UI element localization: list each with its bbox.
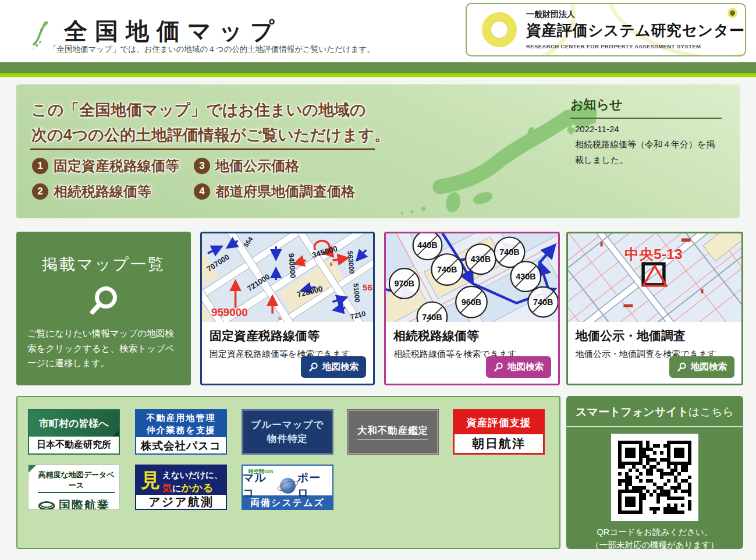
card-land-price-survey: 中央5-13 地価公示・地価調査 地価公示・地価調査を検索できます。 地図検索	[566, 232, 743, 385]
inheritance-map-thumbnail: 440B 740B 430B 740B 970B 430B 960B 740B …	[386, 233, 558, 322]
number-2-icon: 2	[32, 183, 48, 200]
road-price-map-thumbnail: 554 707000 721000 940000 345000 9 728000…	[202, 233, 373, 322]
hero-section: この「全国地価マップ」ではお住まいの地域の 次の4つの公的土地評価情報がご覧いた…	[16, 84, 740, 218]
map-cards-row: 掲載マップ一覧 ご覧になりたい情報マップの地図検索をクリックすると、検索トップペ…	[0, 232, 756, 385]
svg-text:960B: 960B	[462, 297, 481, 307]
org-name-english: RESEARCH CENTER FOR PROPERTY ASSESSMENT …	[526, 43, 744, 49]
hero-item-4: 4 都道府県地価調査価格	[194, 182, 355, 201]
org-name: 資産評価システム研究センター	[526, 20, 744, 41]
org-type: 一般財団法人	[526, 9, 744, 20]
site-title: 全国地価マップ	[64, 15, 282, 47]
svg-text:430B: 430B	[471, 254, 491, 264]
map-search-button-fixed-asset[interactable]: 地図検索	[301, 356, 366, 378]
qr-code	[618, 441, 691, 514]
fold-decoration	[112, 430, 119, 437]
svg-text:5: 5	[278, 316, 281, 322]
hero-item-2: 2 相続税路線価等	[32, 182, 194, 201]
smartphone-title: スマートフォンサイトはこちら	[566, 405, 743, 420]
org-badge-link[interactable]: 一般財団法人 資産評価システム研究センター RESEARCH CENTER FO…	[466, 3, 746, 56]
hero-item-1: 1 固定資産税路線価等	[32, 157, 194, 175]
svg-text:563: 563	[363, 283, 373, 292]
bottom-row: 市町村の皆様へ 日本不動産研究所 不動産用地管理 仲介業務を支援 株式会社パスコ…	[0, 396, 756, 549]
svg-text:51000: 51000	[352, 283, 361, 303]
svg-text:740B: 740B	[437, 265, 457, 274]
card-title: 地価公示・地価調査	[576, 328, 734, 344]
hero-line2: 次の4つの公的土地評価情報がご覧いただけます。	[31, 125, 390, 146]
smartphone-site-panel: スマートフォンサイトはこちら QRコードをお読みください。 （一部未対応の機種が…	[566, 396, 743, 549]
divider	[566, 426, 743, 427]
card-title: 相続税路線価等	[393, 328, 551, 344]
news-panel: お知らせ 2022-11-24 相続税路線価等（令和４年分）を掲載しました。	[570, 96, 733, 168]
banner-asia-kosoku[interactable]: 見 えないだけに、 気にかかる アジア航測	[135, 465, 227, 510]
search-icon	[494, 362, 503, 372]
header-bar-dark-green	[0, 62, 756, 73]
map-list-description: ご覧になりたい情報マップの地図検索をクリックすると、検索トップページに遷移します…	[27, 326, 180, 371]
hero-items: 1 固定資産税路線価等 3 地価公示価格 2 相続税路線価等 4 都道府県地価調…	[32, 157, 355, 201]
map-list-panel: 掲載マップ一覧 ご覧になりたい情報マップの地図検索をクリックすると、検索トップペ…	[16, 232, 191, 385]
site-subtitle: 「全国地価マップ」では、お住まいの地域の４つの公的土地評価情報がご覧いただけます…	[49, 44, 375, 55]
svg-text:740B: 740B	[422, 313, 442, 322]
news-date: 2022-11-24	[575, 124, 733, 134]
svg-text:970B: 970B	[395, 279, 414, 288]
search-icon	[87, 284, 120, 318]
hero-line1: この「全国地価マップ」ではお住まいの地域の	[31, 100, 366, 120]
banner-ryobi-systems[interactable]: 時空間GIS マルコ ポーロ 両備システムズ	[242, 465, 333, 510]
corner-decoration	[29, 465, 36, 473]
banner-nihon-fudosan-kenkyujo[interactable]: 市町村の皆様へ 日本不動産研究所	[28, 409, 120, 455]
qr-caption: QRコードをお読みください。 （一部未対応の機種があります）	[566, 526, 743, 552]
number-3-icon: 3	[194, 158, 210, 174]
hero-item-1-label: 固定資産税路線価等	[54, 157, 179, 175]
svg-text:440B: 440B	[417, 240, 437, 250]
svg-text:959000: 959000	[211, 306, 248, 318]
svg-text:中央5-13: 中央5-13	[624, 246, 682, 262]
news-body: 相続税路線価等（令和４年分）を掲載しました。	[575, 136, 720, 168]
svg-text:740B: 740B	[499, 247, 519, 257]
number-1-icon: 1	[32, 158, 48, 174]
svg-text:430B: 430B	[516, 272, 535, 281]
svg-text:9: 9	[330, 261, 333, 267]
hero-divider	[30, 148, 375, 150]
hero-item-3-label: 地価公示価格	[215, 157, 299, 175]
banner-daiwa-fudosan-kantei[interactable]: 大和不動産鑑定	[347, 409, 439, 455]
badge-dot-icon	[727, 8, 737, 18]
svg-text:940000: 940000	[287, 253, 297, 278]
site-logo[interactable]: 全国地価マップ 「全国地価マップ」では、お住まいの地域の４つの公的土地評価情報が…	[13, 6, 420, 59]
news-title: お知らせ	[570, 96, 722, 119]
banner-pasco[interactable]: 不動産用地管理 仲介業務を支援 株式会社パスコ	[135, 409, 227, 455]
kokusai-logo-icon	[38, 500, 55, 511]
hero-item-2-label: 相続税路線価等	[54, 182, 151, 201]
globe-icon	[280, 478, 296, 494]
card-inheritance-tax: 440B 740B 430B 740B 970B 430B 960B 740B …	[384, 232, 560, 385]
orbit-decoration	[276, 479, 299, 492]
search-icon	[308, 362, 318, 372]
map-search-button-inheritance[interactable]: 地図検索	[486, 356, 551, 378]
card-title: 固定資産税路線価等	[210, 328, 365, 344]
svg-text:740B: 740B	[533, 297, 553, 307]
partner-banners-panel: 市町村の皆様へ 日本不動産研究所 不動産用地管理 仲介業務を支援 株式会社パスコ…	[16, 396, 560, 549]
map-search-button-land-price[interactable]: 地図検索	[669, 356, 734, 378]
page: 全国地価マップ 「全国地価マップ」では、お住まいの地域の４つの公的土地評価情報が…	[0, 0, 756, 560]
qr-code-frame	[611, 434, 698, 521]
hero-item-3: 3 地価公示価格	[194, 157, 355, 175]
map-list-title: 掲載マップ一覧	[16, 254, 191, 275]
card-fixed-asset-tax: 554 707000 721000 940000 345000 9 728000…	[200, 232, 375, 385]
banner-kokusai-kogyo[interactable]: 高精度な地図データベース 国際航業	[28, 465, 120, 510]
search-icon	[677, 362, 687, 372]
header: 全国地価マップ 「全国地価マップ」では、お住まいの地域の４つの公的土地評価情報が…	[0, 0, 756, 62]
org-logo-ring-icon	[482, 12, 517, 47]
hero-item-4-label: 都道府県地価調査価格	[215, 182, 355, 201]
number-4-icon: 4	[194, 183, 210, 200]
land-price-map-thumbnail: 中央5-13	[568, 233, 741, 322]
header-bar-lime	[0, 73, 756, 77]
banner-asahi-koyo[interactable]: 資産評価支援 朝日航洋	[453, 409, 545, 455]
org-badge-texts: 一般財団法人 資産評価システム研究センター RESEARCH CENTER FO…	[526, 9, 744, 49]
banner-bluemap[interactable]: ブルーマップで 物件特定	[242, 409, 333, 455]
